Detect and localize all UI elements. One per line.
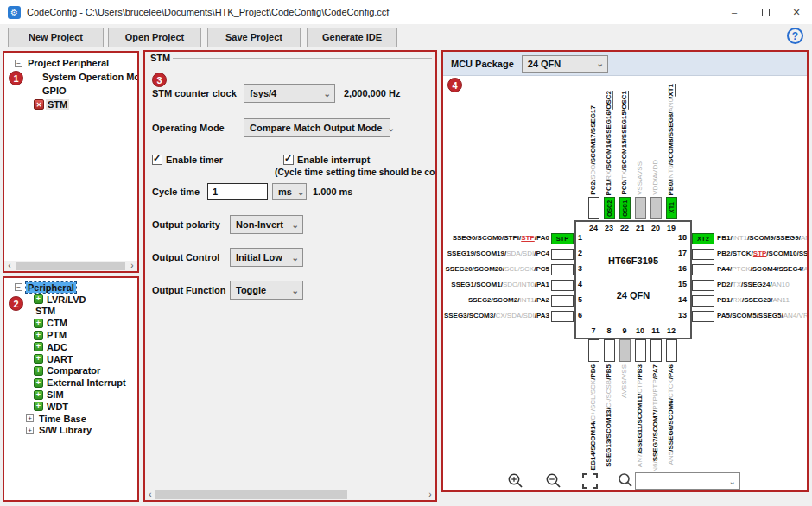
pin-4-box[interactable]: [551, 280, 574, 291]
tree-item-uart[interactable]: +UART: [34, 353, 137, 365]
pin-24-box[interactable]: [588, 197, 599, 219]
minimize-button[interactable]: –: [719, 0, 750, 24]
mcu-package-dropdown[interactable]: 24 QFN ⌄: [522, 55, 608, 73]
collapse-icon[interactable]: −: [15, 60, 22, 67]
tree-item-s-w-library[interactable]: +S/W Library: [26, 425, 137, 437]
help-icon[interactable]: ?: [787, 28, 803, 44]
pin-function-segment: SCL/SCK: [504, 265, 534, 273]
pin-function-segment: /PB5: [605, 364, 612, 380]
pin-3-label: SSEG20/SCOM20/SCL/SCK/PC5: [443, 263, 549, 275]
output-control-dropdown[interactable]: Initial Low ⌄: [230, 248, 303, 267]
chevron-down-icon: ⌄: [387, 123, 394, 133]
tree-item-lvr-lvd[interactable]: +LVR/LVD: [34, 294, 137, 306]
pin-17-box[interactable]: [692, 249, 714, 260]
pin-6-box[interactable]: [551, 311, 574, 322]
pin-11-box[interactable]: [650, 339, 662, 362]
tree-item-label: UART: [45, 354, 75, 364]
save-project-button[interactable]: Save Project: [207, 28, 301, 47]
pin-number-22: 22: [617, 224, 632, 232]
pin-1-box[interactable]: STP: [551, 233, 574, 244]
pin-7-box[interactable]: [588, 339, 599, 362]
pin-function-segment: CTP: [636, 380, 644, 394]
project-tree-hscrollbar[interactable]: ‹ ›: [4, 261, 137, 271]
counter-clock-dropdown[interactable]: fsys/4 ⌄: [244, 84, 335, 103]
expand-icon[interactable]: +: [26, 414, 34, 422]
pin-8-box[interactable]: [604, 339, 615, 362]
pin-16-box[interactable]: [692, 264, 714, 275]
tree-item-comparator[interactable]: +Comparator: [34, 365, 137, 377]
tree-item-label: GPIO: [41, 85, 68, 96]
cycle-time-unit-dropdown[interactable]: ms ⌄: [272, 183, 307, 200]
tree-item-adc[interactable]: +ADC: [34, 341, 137, 353]
scrollbar-thumb[interactable]: [16, 262, 125, 270]
enable-timer-label: Enable timer: [166, 155, 223, 165]
pin-9-box[interactable]: [619, 339, 631, 362]
pin-19-box-label: XT1: [667, 198, 676, 218]
pin-function-segment: /SSEG11/SCOM11/: [636, 394, 644, 454]
pin-22-box[interactable]: OSC1: [619, 197, 631, 219]
pin-number-1: 1: [578, 233, 590, 242]
tree-root-peripheral[interactable]: −Peripheral: [15, 281, 137, 294]
tree-item-system-operation-mode[interactable]: System Operation Mode: [41, 70, 137, 84]
pin-function-segment: TX: [733, 281, 741, 288]
tree-item-wdt[interactable]: +WDT: [34, 401, 137, 413]
pin-18-box[interactable]: XT2: [692, 233, 714, 244]
collapse-icon[interactable]: −: [15, 283, 22, 291]
pin-2-box[interactable]: [551, 249, 574, 260]
scroll-left-icon[interactable]: ‹: [4, 261, 15, 271]
pin-function-segment: SDA/SDI: [506, 250, 534, 257]
output-function-dropdown[interactable]: Toggle ⌄: [230, 281, 303, 300]
pin-14-box[interactable]: [692, 295, 714, 307]
pin-number-9: 9: [617, 326, 632, 335]
tree-item-sim[interactable]: +SIM: [34, 389, 137, 401]
tree-item-ptm[interactable]: +PTM: [34, 329, 137, 341]
open-project-button[interactable]: Open Project: [108, 28, 201, 47]
pin-function-segment: /PC5: [534, 265, 549, 273]
tree-item-stm[interactable]: ✕STM: [34, 98, 137, 111]
pin-23-box[interactable]: OSC2: [604, 197, 615, 219]
pin-5-box[interactable]: [551, 295, 574, 307]
zoom-out-icon[interactable]: [545, 472, 561, 489]
pin-function-segment: CTCK: [667, 379, 675, 398]
maximize-button[interactable]: [750, 0, 781, 24]
close-button[interactable]: ✕: [781, 0, 812, 24]
tree-item-external-interrupt[interactable]: +External Interrupt: [34, 376, 137, 389]
pin-19-box[interactable]: XT1: [666, 197, 677, 219]
operating-mode-dropdown[interactable]: Compare Match Output Mode ⌄: [244, 118, 390, 137]
zoom-in-icon[interactable]: [507, 472, 523, 489]
pin-12-box[interactable]: [666, 339, 677, 362]
new-project-button[interactable]: New Project: [8, 28, 104, 47]
pin-21-label: VSS/AVSS: [634, 161, 645, 195]
pin-21-box[interactable]: [635, 197, 646, 219]
search-icon[interactable]: [618, 472, 633, 488]
pin-20-box[interactable]: [650, 197, 662, 219]
fit-to-view-icon[interactable]: [581, 472, 599, 490]
pin-10-box[interactable]: [635, 339, 646, 362]
cycle-time-unit: ms: [278, 187, 292, 197]
chevron-down-icon: ⌄: [292, 253, 299, 262]
pin-search-combobox[interactable]: ⌄: [635, 472, 740, 490]
pin-3-box[interactable]: [551, 264, 574, 275]
cycle-time-input[interactable]: 1: [207, 183, 268, 200]
generate-ide-project-button[interactable]: Generate IDE Project: [307, 28, 397, 47]
package-diagram: HT66F3195 24 QFN PC2/SDO/SCOM17/SSEG1724…: [443, 76, 807, 471]
tree-item-ctm[interactable]: +CTM: [34, 317, 137, 329]
pin-number-5: 5: [578, 295, 590, 304]
pin-13-box[interactable]: [692, 311, 714, 322]
pin-function-segment: RX: [605, 170, 612, 180]
tree-item-time-base[interactable]: +Time Base: [26, 413, 137, 425]
scroll-right-icon[interactable]: ›: [425, 490, 435, 500]
output-polarity-dropdown[interactable]: Non-Invert ⌄: [230, 215, 303, 234]
annotation-badge-2: 2: [9, 296, 23, 311]
pin-15-box[interactable]: [692, 280, 714, 291]
stm-panel-hscrollbar[interactable]: ‹ ›: [145, 490, 435, 500]
tree-item-stm[interactable]: STM: [34, 306, 137, 318]
enable-timer-checkbox[interactable]: ✓: [152, 155, 162, 165]
tree-item-label: Time Base: [37, 414, 88, 424]
tree-item-gpio[interactable]: GPIO: [41, 84, 137, 98]
scrollbar-thumb[interactable]: [155, 490, 347, 499]
tree-root-project-peripheral[interactable]: −Project Peripheral: [15, 56, 137, 70]
scroll-right-icon[interactable]: ›: [127, 261, 137, 271]
expand-icon[interactable]: +: [26, 427, 34, 434]
enable-interrupt-checkbox[interactable]: ✓: [283, 155, 294, 165]
